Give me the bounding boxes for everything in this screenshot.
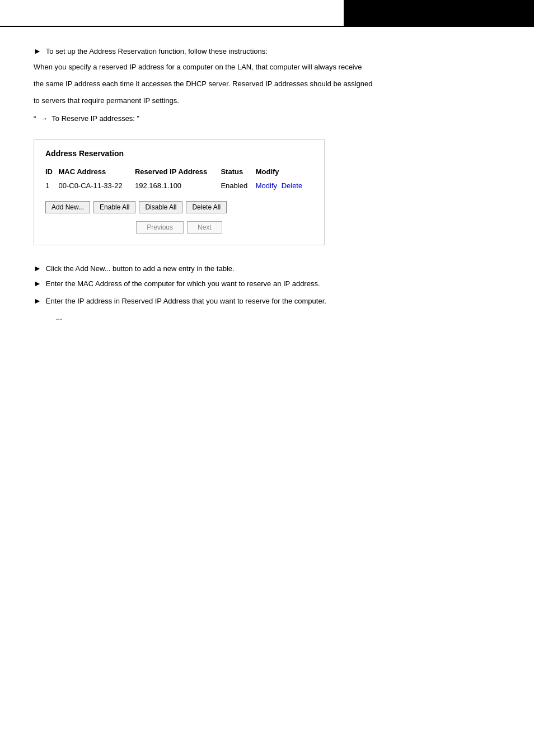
ar-table-header-row: ID MAC Address Reserved IP Address Statu… <box>45 166 313 179</box>
para-4-arrow: → <box>40 113 48 125</box>
para-4-quote-open: “ <box>34 114 36 123</box>
enable-all-button[interactable]: Enable All <box>93 201 135 213</box>
row-mac: 00-C0-CA-11-33-22 <box>58 179 135 192</box>
para-1: When you specify a reserved IP address f… <box>34 61 500 73</box>
bullet-text-3: Enter the MAC Address of the computer fo… <box>46 278 320 290</box>
ar-nav-buttons: Previous Next <box>45 221 313 234</box>
add-new-button[interactable]: Add New... <box>45 201 90 213</box>
bullet-1: ► To set up the Address Reservation func… <box>34 46 500 58</box>
bullet-arrow-1: ► <box>34 46 41 55</box>
bullet-arrow-3: ► <box>34 279 41 288</box>
bullet-4: ► Enter the IP address in Reserved IP Ad… <box>34 296 500 307</box>
header-black-box <box>344 0 534 26</box>
main-content: ► To set up the Address Reservation func… <box>0 27 534 333</box>
col-reserved-ip: Reserved IP Address <box>135 166 221 179</box>
ellipsis: ... <box>56 313 500 321</box>
previous-button[interactable]: Previous <box>136 221 184 234</box>
row-id: 1 <box>45 179 58 192</box>
ar-action-buttons: Add New... Enable All Disable All Delete… <box>45 201 313 213</box>
row-status: Enabled <box>221 179 255 192</box>
para-4: “ → To Reserve IP addresses: ” <box>34 113 500 125</box>
row-modify-delete: Modify Delete <box>256 179 313 192</box>
ar-title: Address Reservation <box>45 149 313 158</box>
para-4-text: To Reserve IP addresses: <box>51 114 135 123</box>
row-reserved-ip: 192.168.1.100 <box>135 179 221 192</box>
next-button[interactable]: Next <box>187 221 222 234</box>
col-modify: Modify <box>256 166 313 179</box>
delete-link[interactable]: Delete <box>282 181 303 190</box>
bullet-text-4: Enter the IP address in Reserved IP Addr… <box>46 296 326 307</box>
para-4-quote-close: ” <box>137 114 139 123</box>
header-bar <box>0 0 534 27</box>
bullet-text-2: Click the Add New... button to add a new… <box>46 263 235 275</box>
bullet-2: ► Click the Add New... button to add a n… <box>34 263 500 275</box>
para-3: to servers that require permanent IP set… <box>34 95 500 107</box>
bullet-text-1: To set up the Address Reservation functi… <box>46 46 268 58</box>
disable-all-button[interactable]: Disable All <box>139 201 182 213</box>
ar-table: ID MAC Address Reserved IP Address Statu… <box>45 166 313 192</box>
col-mac: MAC Address <box>58 166 135 179</box>
bullet-arrow-4: ► <box>34 296 41 305</box>
bullet-arrow-2: ► <box>34 264 41 273</box>
modify-link[interactable]: Modify <box>256 181 277 190</box>
para-2: the same IP address each time it accesse… <box>34 78 500 90</box>
col-status: Status <box>221 166 255 179</box>
delete-all-button[interactable]: Delete All <box>186 201 227 213</box>
col-id: ID <box>45 166 58 179</box>
address-reservation-box: Address Reservation ID MAC Address Reser… <box>34 139 325 245</box>
table-row: 1 00-C0-CA-11-33-22 192.168.1.100 Enable… <box>45 179 313 192</box>
bullet-3: ► Enter the MAC Address of the computer … <box>34 278 500 290</box>
